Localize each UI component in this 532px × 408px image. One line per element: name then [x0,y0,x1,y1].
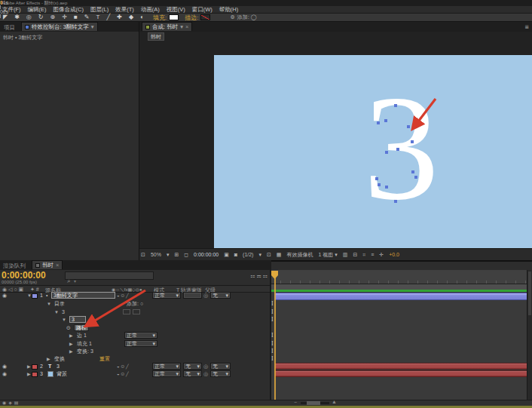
ruler-minor-ticks [271,281,527,284]
twirl-icon[interactable]: ▼ [54,308,59,316]
blend-mode-dropdown[interactable]: 正常▾ [124,332,157,339]
parent-dropdown[interactable]: 无▾ [210,363,231,370]
mode-dropdown[interactable]: 正常▾ [152,292,181,299]
layer2-duration-bar[interactable] [274,363,532,370]
view-layout-menu[interactable]: 1 视图 ▾ [318,251,337,259]
fast-preview-icon[interactable]: ⊟ [353,252,357,258]
mode-dropdown[interactable]: 正常▾ [152,363,181,370]
exposure-icon[interactable]: ✛ [379,252,384,258]
flowchart-icon[interactable]: ≡ [371,252,374,257]
timeline-row-4[interactable]: ▼3 [0,316,270,324]
layer3-duration-bar[interactable] [274,370,532,377]
stopwatch-icon[interactable]: ⊙ [66,324,71,332]
trkmat-dropdown[interactable]: 无▾ [183,370,202,377]
property-name-selected[interactable]: 路径 [74,324,89,331]
path-vertex-11[interactable] [375,177,378,180]
reset-button[interactable]: 重置 [99,355,110,363]
twirl-icon[interactable]: ▶ [69,332,73,339]
timeline-footer-bar [0,400,532,406]
layer-name-editbox[interactable]: 3翻转文字 [51,292,115,299]
property-name[interactable]: 变换 [54,355,65,363]
timeline-row-6[interactable]: ▶边 1正常▾ [0,332,270,339]
property-name[interactable]: 3 [62,308,65,316]
property-name[interactable]: 填充 1 [77,340,92,348]
timeline-row-11[interactable]: ◉▶3背景◒ ⊙ ╱正常▾无▾◎无▾ [0,370,270,378]
layer-name[interactable]: 3 [57,363,60,370]
layer1-duration-bar[interactable] [274,293,532,300]
property-name[interactable]: 变换: 3 [77,348,93,355]
path-vertex-10[interactable] [414,176,417,179]
label-color-swatch[interactable] [32,364,38,370]
scrollbar-thumb[interactable] [528,271,531,315]
group-icon-1[interactable] [123,309,130,314]
path-vertex-2[interactable] [377,121,380,124]
group-name-editbox[interactable]: 3 [69,316,86,323]
blend-mode-dropdown[interactable]: 正常▾ [124,340,157,347]
path-vertex-4[interactable] [407,125,410,128]
timeline-row-9[interactable]: ▶变换重置 [0,355,270,363]
group-icon-2[interactable] [133,309,140,314]
twirl-icon[interactable]: ▶ [27,363,31,370]
path-vertex-12[interactable] [378,183,381,186]
keyframe-marker-orange[interactable]: ‖ [0,0,5,6]
layer-switches[interactable]: ◒ ⊙ ╱ [117,292,129,299]
path-vertex-5[interactable] [414,125,417,128]
twirl-icon[interactable]: ▶ [69,348,73,355]
zoom-in-icon[interactable]: ▲ [332,399,337,404]
solid-layer-swatch [47,371,54,377]
footer-toggle-icons[interactable]: ◉◈▤ [2,400,21,405]
timeline-row-8[interactable]: ▶变换: 3 [0,348,270,355]
zoom-out-icon[interactable]: − [294,400,297,405]
property-name[interactable]: 边 1 [77,332,87,339]
parent-pickwhip-icon[interactable]: ◎ [203,292,208,299]
path-vertex-9[interactable] [411,170,414,173]
parent-pickwhip-icon[interactable]: ◎ [203,363,208,370]
path-vertex-14[interactable] [394,200,397,203]
twirl-icon[interactable]: ▶ [69,340,73,348]
path-vertex-1[interactable] [394,104,397,107]
eye-icon[interactable]: ◉ [2,364,7,370]
timeline-vertical-scrollbar[interactable] [527,270,532,400]
mode-dropdown[interactable]: 正常▾ [152,370,181,377]
path-vertex-7[interactable] [396,148,399,151]
transparency-grid-icon[interactable]: ▦ [277,252,282,258]
timeline-row-10[interactable]: ◉▶2T3◒ ⊙ ╱正常▾无▾◎无▾ [0,363,270,370]
path-vertex-8[interactable] [385,151,388,154]
parent-dropdown[interactable]: 无▾ [210,292,231,299]
timeline-row-1[interactable]: ◉▼1•3翻转文字◒ ⊙ ╱正常▾◎无▾ [0,292,270,299]
label-color-swatch[interactable] [32,293,38,299]
layer-switches[interactable]: ◒ ⊙ ╱ [117,370,129,378]
pixel-aspect-icon[interactable]: ▥ [343,252,348,258]
add-shape-button[interactable]: 添加: ○ [127,300,143,308]
timeline-row-2[interactable]: ▼目录添加: ○ [0,300,270,308]
timeline-row-7[interactable]: ▶填充 1正常▾ [0,340,270,348]
trkmat-dropdown[interactable]: 无▾ [183,363,202,370]
track-area[interactable] [271,292,532,400]
label-color-swatch[interactable] [32,372,38,377]
path-vertex-13[interactable] [385,186,388,189]
timeline-row-3[interactable]: ▼3 [0,308,270,316]
twirl-icon[interactable]: ▼ [47,300,51,308]
twirl-icon[interactable]: ▼ [62,316,66,324]
current-time-indicator-line[interactable] [274,271,276,400]
property-inpoint-beam: I [271,348,274,354]
twirl-icon[interactable]: ▶ [47,355,50,363]
layer-switches[interactable]: ◒ ⊙ ╱ [117,363,129,370]
timeline-zoom-slider[interactable] [301,402,329,404]
twirl-icon[interactable]: ▶ [27,370,31,378]
layer-name[interactable]: 背景 [57,370,67,378]
property-name[interactable]: 目录 [54,300,65,308]
path-vertex-3[interactable] [384,119,387,122]
zoom-slider-handle[interactable] [307,401,320,405]
timeline-row-5[interactable]: ⊙路径 [0,324,270,332]
panel-menu-icon[interactable]: ≣ [524,24,529,30]
camera-view-menu[interactable]: 有效摄像机 [286,251,313,259]
timeline-button-icon[interactable]: ⌗ [362,252,365,258]
path-vertex-6[interactable] [411,140,414,143]
parent-pickwhip-icon[interactable]: ◎ [203,370,208,378]
parent-dropdown[interactable]: 无▾ [210,370,231,377]
eye-icon[interactable]: ◉ [2,293,7,299]
eye-icon[interactable]: ◉ [2,371,7,377]
trkmat-dropdown[interactable] [183,292,202,299]
exposure-value[interactable]: +0.0 [389,252,399,257]
